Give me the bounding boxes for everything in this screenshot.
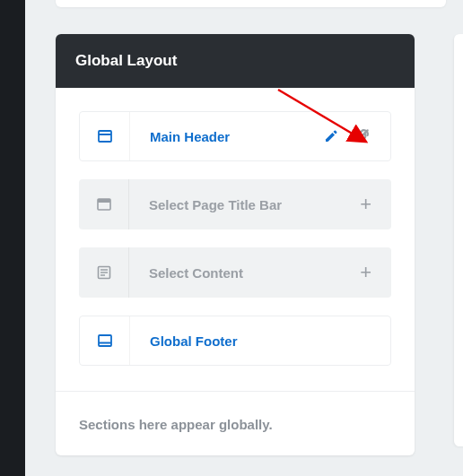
unlink-icon [354,127,371,146]
panel-title: Global Layout [56,34,415,88]
content-icon [97,265,111,280]
footer-icon [98,333,112,348]
top-card-sliver [56,0,446,7]
panel-hint: Sections here appear globally. [56,391,415,455]
titlebar-icon [97,197,111,212]
row-actions: + [356,259,391,286]
global-layout-panel: Global Layout Main Header [56,34,415,455]
row-label: Select Content [129,265,356,281]
dark-sidebar [0,0,25,476]
row-actions [320,124,390,150]
row-label: Select Page Title Bar [129,197,356,212]
layout-row-main-header[interactable]: Main Header [79,111,391,161]
panel-body: Main Header [56,88,415,391]
plus-icon: + [360,195,371,214]
row-label: Global Footer [130,333,374,349]
right-card-sliver [454,34,463,446]
edit-button[interactable] [320,125,342,147]
row-icon-col [79,179,129,229]
svg-rect-9 [99,335,111,346]
main-area: Global Layout Main Header [25,0,463,476]
add-button[interactable]: + [356,259,375,286]
unlink-button[interactable] [351,124,374,150]
plus-icon: + [360,263,371,282]
layout-row-global-footer[interactable]: Global Footer [79,316,391,366]
svg-rect-4 [98,199,110,203]
pencil-icon [324,129,338,143]
row-icon-col [80,316,130,365]
row-icon-col [79,247,129,298]
add-button[interactable]: + [356,191,375,218]
row-actions: + [356,191,391,218]
layout-row-page-title-bar[interactable]: Select Page Title Bar + [79,179,391,229]
svg-rect-0 [99,131,111,142]
row-label: Main Header [130,129,320,144]
header-icon [98,129,112,143]
row-icon-col [80,112,130,160]
layout-row-content[interactable]: Select Content + [79,247,391,298]
